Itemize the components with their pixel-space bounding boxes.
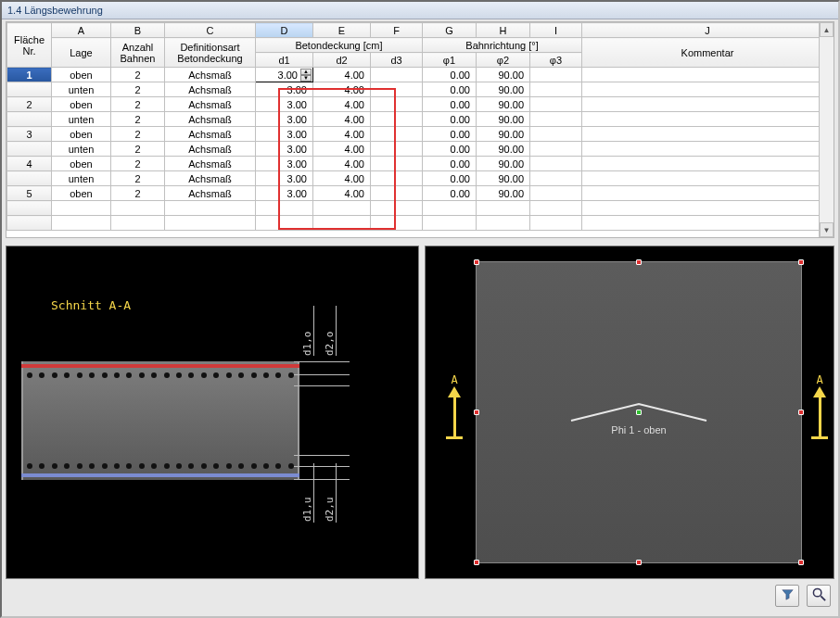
spin-buttons[interactable]: ▲▼: [300, 69, 312, 81]
table-row[interactable]: unten2Achsmaß3.004.000.0090.00: [7, 171, 834, 186]
cell[interactable]: [52, 201, 111, 216]
cell[interactable]: Achsmaß: [165, 68, 256, 82]
cell[interactable]: [371, 171, 423, 186]
cell[interactable]: 4.00: [313, 97, 371, 112]
cell[interactable]: Achsmaß: [165, 142, 256, 157]
cell[interactable]: unten: [52, 171, 111, 186]
cell[interactable]: [371, 112, 423, 127]
cell[interactable]: unten: [52, 82, 111, 97]
cell[interactable]: 2: [111, 157, 165, 171]
data-grid[interactable]: Fläche Nr. A B C D E F G H I J Lage Anza…: [6, 21, 834, 238]
header-lage[interactable]: Lage: [52, 38, 111, 68]
header-phi2[interactable]: φ2: [477, 53, 530, 68]
cell[interactable]: [371, 97, 423, 112]
cell[interactable]: [371, 157, 423, 171]
cell[interactable]: [423, 216, 477, 231]
cell[interactable]: 90.00: [477, 112, 530, 127]
table-row[interactable]: 4oben2Achsmaß3.004.000.0090.00: [7, 157, 834, 171]
cell[interactable]: 4.00: [313, 157, 371, 171]
cell[interactable]: Achsmaß: [165, 127, 256, 142]
scroll-down-icon[interactable]: ▼: [820, 222, 834, 237]
cell[interactable]: [256, 201, 313, 216]
col-D[interactable]: D: [256, 23, 313, 38]
header-flaeche-nr[interactable]: Fläche Nr.: [7, 23, 52, 68]
table-row-empty[interactable]: [7, 201, 834, 216]
col-F[interactable]: F: [371, 23, 423, 38]
cell[interactable]: [582, 157, 834, 171]
cell[interactable]: [582, 216, 834, 231]
filter-button[interactable]: [775, 585, 799, 607]
col-B[interactable]: B: [111, 23, 165, 38]
cell[interactable]: 90.00: [477, 171, 530, 186]
cell[interactable]: [530, 112, 582, 127]
cell[interactable]: 3.00: [256, 127, 313, 142]
cell[interactable]: [530, 127, 582, 142]
cell[interactable]: 3.00: [256, 97, 313, 112]
cell[interactable]: oben: [52, 186, 111, 201]
cell[interactable]: [7, 216, 52, 231]
cell[interactable]: [582, 201, 834, 216]
cell[interactable]: 90.00: [477, 142, 530, 157]
header-anzahl-bahnen[interactable]: Anzahl Bahnen: [111, 38, 165, 68]
cell[interactable]: Achsmaß: [165, 112, 256, 127]
cell[interactable]: Achsmaß: [165, 186, 256, 201]
header-definitionsart[interactable]: Definitionsart Betondeckung: [165, 38, 256, 68]
header-d1[interactable]: d1: [256, 53, 313, 68]
cell[interactable]: [165, 216, 256, 231]
cell[interactable]: [582, 82, 834, 97]
cell[interactable]: 3.00: [256, 171, 313, 186]
cell[interactable]: 0.00: [423, 186, 477, 201]
cell[interactable]: unten: [52, 142, 111, 157]
header-kommentar[interactable]: Kommentar: [582, 38, 834, 68]
cell[interactable]: 90.00: [477, 82, 530, 97]
cell[interactable]: 0.00: [423, 157, 477, 171]
cell[interactable]: 4.00: [313, 82, 371, 97]
cell[interactable]: oben: [52, 157, 111, 171]
table-row[interactable]: 1oben2Achsmaß3.00▲▼4.000.0090.00: [7, 68, 834, 82]
table-row-empty[interactable]: [7, 216, 834, 231]
cell[interactable]: 4.00: [313, 127, 371, 142]
cell[interactable]: [530, 82, 582, 97]
header-d2[interactable]: d2: [313, 53, 371, 68]
cell[interactable]: [371, 201, 423, 216]
cell[interactable]: [477, 216, 530, 231]
cell[interactable]: [313, 201, 371, 216]
cell[interactable]: 2: [111, 186, 165, 201]
cell[interactable]: Achsmaß: [165, 97, 256, 112]
cell[interactable]: [423, 201, 477, 216]
cell[interactable]: Achsmaß: [165, 171, 256, 186]
cell[interactable]: 0.00: [423, 97, 477, 112]
spin-down-icon[interactable]: ▼: [300, 75, 312, 82]
table-row[interactable]: unten2Achsmaß3.004.000.0090.00: [7, 142, 834, 157]
cell[interactable]: 90.00: [477, 127, 530, 142]
cell[interactable]: 4: [7, 157, 52, 171]
cell[interactable]: [582, 127, 834, 142]
cell[interactable]: oben: [52, 97, 111, 112]
table-row[interactable]: unten2Achsmaß3.004.000.0090.00: [7, 112, 834, 127]
cell[interactable]: [582, 142, 834, 157]
col-E[interactable]: E: [313, 23, 371, 38]
cell[interactable]: 3.00: [256, 142, 313, 157]
cell[interactable]: 90.00: [477, 157, 530, 171]
spin-up-icon[interactable]: ▲: [300, 69, 312, 75]
zoom-extents-button[interactable]: [807, 585, 831, 607]
cell[interactable]: 5: [7, 186, 52, 201]
cell[interactable]: 2: [111, 82, 165, 97]
cell[interactable]: [530, 216, 582, 231]
cell[interactable]: 4.00: [313, 142, 371, 157]
cell[interactable]: [371, 142, 423, 157]
cell[interactable]: [477, 201, 530, 216]
header-betondeckung-group[interactable]: Betondeckung [cm]: [256, 38, 423, 53]
col-G[interactable]: G: [423, 23, 477, 38]
cell[interactable]: [530, 157, 582, 171]
cell[interactable]: 0.00: [423, 68, 477, 82]
cell[interactable]: [582, 68, 834, 82]
cell[interactable]: 2: [111, 142, 165, 157]
cell[interactable]: [256, 216, 313, 231]
cell[interactable]: [165, 201, 256, 216]
vertical-scrollbar[interactable]: ▲ ▼: [819, 22, 834, 237]
cell[interactable]: [582, 186, 834, 201]
cell[interactable]: [7, 201, 52, 216]
cell[interactable]: [371, 82, 423, 97]
cell[interactable]: [530, 68, 582, 82]
